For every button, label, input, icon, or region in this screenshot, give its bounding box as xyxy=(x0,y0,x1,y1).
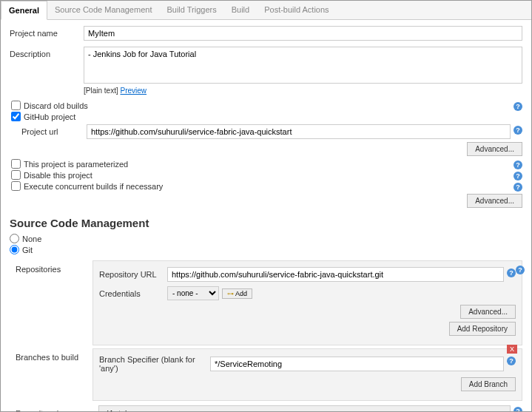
tab-scm[interactable]: Source Code Management xyxy=(47,1,159,19)
concurrent-label: Execute concurrent builds if necessary xyxy=(24,182,163,191)
help-icon[interactable]: ? xyxy=(514,126,522,135)
repo-url-input[interactable] xyxy=(167,267,504,282)
repo-browser-select[interactable]: (Auto) xyxy=(98,405,511,412)
preview-link[interactable]: Preview xyxy=(120,87,147,95)
main-content: Project name Description - Jenkins Job f… xyxy=(1,20,531,412)
repository-block: ? Repository URL ? Credentials - none - … xyxy=(92,260,522,345)
parameterized-checkbox[interactable] xyxy=(11,159,21,169)
tab-general[interactable]: General xyxy=(1,1,47,20)
tab-post-build[interactable]: Post-build Actions xyxy=(257,1,336,19)
branches-block: X Branch Specifier (blank for 'any') ? A… xyxy=(92,348,522,401)
repo-url-label: Repository URL xyxy=(99,270,167,279)
scm-none-radio[interactable] xyxy=(10,234,19,243)
project-name-input[interactable] xyxy=(84,26,522,41)
parameterized-label: This project is parameterized xyxy=(24,160,128,169)
scm-none-label: None xyxy=(22,234,41,243)
help-icon[interactable]: ? xyxy=(507,357,516,365)
branch-spec-label: Branch Specifier (blank for 'any') xyxy=(99,355,210,373)
tab-bar: General Source Code Management Build Tri… xyxy=(1,1,531,20)
add-repository-button[interactable]: Add Repository xyxy=(449,322,516,336)
tab-build[interactable]: Build xyxy=(224,1,257,19)
discard-old-builds-checkbox[interactable] xyxy=(11,101,21,110)
advanced-button[interactable]: Advanced... xyxy=(467,142,522,156)
disable-project-checkbox[interactable] xyxy=(11,170,21,180)
help-icon[interactable]: ? xyxy=(514,161,522,169)
help-icon[interactable]: ? xyxy=(514,183,522,192)
scm-section-title: Source Code Management xyxy=(10,217,522,229)
key-icon: ⊶ xyxy=(227,290,234,297)
plain-text-label: [Plain text] xyxy=(84,87,118,95)
project-name-label: Project name xyxy=(10,26,84,38)
credentials-label: Credentials xyxy=(99,289,167,298)
help-icon[interactable]: ? xyxy=(507,269,516,277)
disable-project-label: Disable this project xyxy=(24,171,92,180)
scm-git-label: Git xyxy=(22,246,33,254)
description-label: Description xyxy=(10,47,84,58)
branches-label: Branches to build xyxy=(16,348,92,401)
add-credential-button[interactable]: ⊶Add xyxy=(222,288,252,299)
project-url-label: Project url xyxy=(21,127,87,136)
help-icon[interactable]: ? xyxy=(516,266,525,274)
help-icon[interactable]: ? xyxy=(514,102,522,111)
concurrent-checkbox[interactable] xyxy=(11,181,21,191)
help-icon[interactable]: ? xyxy=(514,407,522,412)
help-icon[interactable]: ? xyxy=(514,172,522,180)
github-project-label: GitHub project xyxy=(24,112,75,121)
add-branch-button[interactable]: Add Branch xyxy=(461,377,516,391)
discard-old-builds-label: Discard old builds xyxy=(24,101,88,110)
description-textarea[interactable]: - Jenkins Job for Java Tutorial xyxy=(84,47,522,84)
github-project-checkbox[interactable] xyxy=(11,112,21,121)
advanced-button[interactable]: Advanced... xyxy=(467,194,522,208)
credentials-select[interactable]: - none - xyxy=(167,286,219,300)
tab-build-triggers[interactable]: Build Triggers xyxy=(159,1,223,19)
project-url-input[interactable] xyxy=(87,124,511,139)
repo-browser-label: Repository browser xyxy=(16,409,98,412)
scm-git-radio[interactable] xyxy=(10,245,19,254)
branch-spec-input[interactable] xyxy=(210,357,504,371)
repositories-label: Repositories xyxy=(16,260,92,345)
delete-branch-button[interactable]: X xyxy=(507,345,517,354)
repo-advanced-button[interactable]: Advanced... xyxy=(460,305,516,319)
